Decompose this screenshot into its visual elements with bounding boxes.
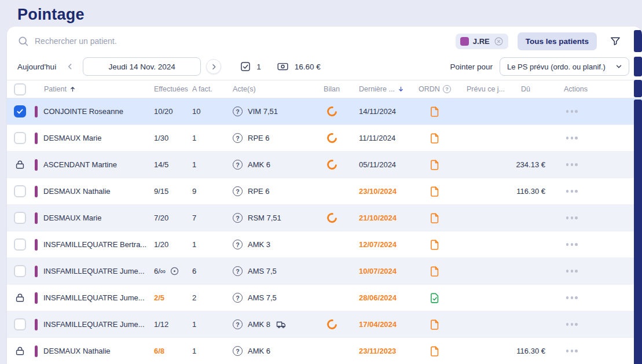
row-actions-button[interactable] — [564, 214, 580, 222]
effectuees-value: 1/12 — [154, 320, 168, 329]
lock-icon[interactable] — [14, 345, 26, 356]
acte-help-icon[interactable] — [233, 293, 243, 303]
ordn-icon[interactable] — [429, 239, 441, 251]
acte-help-icon[interactable] — [233, 213, 243, 223]
patient-name[interactable]: DESMAUX Nathalie — [43, 347, 111, 355]
table-row[interactable]: CONJOINTE Roseanne 10/20 10 VIM 7,51 14/… — [7, 98, 642, 125]
ordn-icon[interactable] — [429, 106, 441, 117]
prevu-value — [455, 125, 505, 151]
patient-name[interactable]: DESMAUX Marie — [43, 134, 101, 142]
help-icon[interactable] — [443, 85, 451, 93]
patient-name[interactable]: INSFAMILLEQUATRE Bertra... — [43, 240, 146, 249]
table-row[interactable]: DESMAUX Marie 7/20 7 RSM 7,51 21/10/2024 — [7, 205, 642, 231]
date-toolbar: Aujourd'hui Jeudi 14 Nov. 2024 1 16.60 €… — [7, 57, 642, 76]
today-button[interactable]: Aujourd'hui — [17, 62, 56, 71]
a-facturer-value: 1 — [192, 152, 227, 178]
row-actions-button[interactable] — [564, 321, 580, 328]
acte-help-icon[interactable] — [233, 266, 243, 276]
row-actions-button[interactable] — [564, 187, 580, 195]
lock-icon[interactable] — [14, 159, 26, 170]
table-row[interactable]: DESMAUX Marie 1/30 1 RPE 6 11/11/2024 — [7, 125, 642, 152]
acte-value: AMK 3 — [248, 240, 270, 249]
row-actions-button[interactable] — [564, 108, 580, 115]
ordn-validated-icon[interactable] — [429, 292, 441, 304]
bilan-icon[interactable] — [326, 105, 338, 117]
ordn-icon[interactable] — [429, 186, 441, 197]
row-checkbox[interactable] — [14, 265, 26, 277]
prevu-value — [455, 98, 505, 124]
ordn-icon[interactable] — [429, 266, 441, 277]
date-picker[interactable]: Jeudi 14 Nov. 2024 — [83, 57, 201, 76]
acte-value: AMS 7,5 — [248, 293, 277, 302]
patient-name[interactable]: DESMAUX Nathalie — [43, 187, 111, 196]
ordn-icon[interactable] — [429, 345, 441, 357]
table-row[interactable]: INSFAMILLEQUATRE Jume... 2/5 2 AMS 7,5 2… — [7, 285, 642, 311]
previous-day-button[interactable] — [64, 61, 76, 72]
acte-help-icon[interactable] — [233, 346, 243, 356]
last-date: 05/11/2024 — [350, 152, 414, 178]
a-facturer-value: 2 — [192, 285, 227, 311]
next-day-button[interactable] — [206, 59, 221, 74]
right-rail-scrollbar[interactable] — [634, 100, 642, 364]
effectuees-value: 6/8 — [154, 347, 164, 355]
table-row[interactable]: ASCENDANT Martine 14/5 1 AMK 6 05/11/202… — [7, 152, 642, 178]
table-row[interactable]: DESMAUX Nathalie 6/8 1 AMK 6 23/11/2023 … — [7, 338, 642, 364]
ordn-icon[interactable] — [429, 159, 441, 171]
bilan-icon[interactable] — [326, 318, 338, 330]
ordn-icon[interactable] — [429, 319, 441, 330]
last-date: 23/10/2024 — [350, 178, 414, 204]
row-actions-button[interactable] — [564, 294, 580, 302]
pointer-select-value: Le PS prévu (ordo. ou planif.) — [507, 62, 606, 71]
header-effectuees: Effectuées — [151, 80, 192, 98]
du-value: 116.30 € — [505, 178, 556, 204]
acte-help-icon[interactable] — [233, 106, 243, 116]
row-actions-button[interactable] — [564, 134, 580, 142]
header-derniere[interactable]: Dernière ... — [350, 80, 414, 98]
acte-help-icon[interactable] — [233, 186, 243, 196]
row-checkbox[interactable] — [14, 132, 26, 144]
bilan-icon[interactable] — [326, 212, 338, 224]
row-checkbox[interactable] — [14, 318, 26, 330]
header-patient[interactable]: Patient — [35, 80, 151, 98]
select-all-checkbox[interactable] — [14, 83, 26, 95]
all-patients-button[interactable]: Tous les patients — [518, 32, 597, 50]
row-checkbox[interactable] — [14, 238, 26, 251]
acte-help-icon[interactable] — [233, 133, 243, 143]
patient-name[interactable]: ASCENDANT Martine — [43, 160, 117, 169]
row-actions-button[interactable] — [564, 241, 580, 248]
row-checkbox[interactable] — [14, 212, 26, 224]
close-icon[interactable] — [494, 36, 504, 46]
search-input[interactable] — [35, 36, 456, 46]
row-checkbox[interactable] — [14, 185, 26, 197]
acte-help-icon[interactable] — [233, 240, 243, 249]
sort-desc-icon — [398, 86, 404, 93]
bilan-icon[interactable] — [326, 132, 338, 144]
last-date: 28/06/2024 — [350, 285, 414, 311]
ordn-icon[interactable] — [429, 212, 441, 224]
row-actions-button[interactable] — [564, 161, 580, 168]
row-actions-button[interactable] — [564, 267, 580, 275]
pointer-select[interactable]: Le PS prévu (ordo. ou planif.) — [500, 57, 629, 76]
table-row[interactable]: INSFAMILLEQUATRE Jume... 1/12 1 AMK 8 17… — [7, 311, 642, 338]
patient-name[interactable]: INSFAMILLEQUATRE Jume... — [43, 293, 145, 302]
table-row[interactable]: INSFAMILLEQUATRE Jume... 6/∞ 6 AMS 7,5 1… — [7, 258, 642, 285]
table-row[interactable]: INSFAMILLEQUATRE Bertra... 1/20 1 AMK 3 … — [7, 231, 642, 258]
filter-icon[interactable] — [610, 35, 621, 47]
acte-value: AMK 6 — [248, 347, 270, 355]
patient-name[interactable]: INSFAMILLEQUATRE Jume... — [43, 320, 145, 329]
acte-help-icon[interactable] — [233, 160, 243, 170]
table-row[interactable]: DESMAUX Nathalie 9/15 9 RPE 6 23/10/2024… — [7, 178, 642, 205]
practitioner-chip[interactable]: J.RE — [456, 34, 508, 49]
patient-name[interactable]: INSFAMILLEQUATRE Jume... — [43, 267, 145, 275]
acte-help-icon[interactable] — [233, 319, 243, 329]
last-date: 14/11/2024 — [350, 98, 414, 124]
ordn-icon[interactable] — [429, 133, 441, 144]
bilan-icon[interactable] — [326, 159, 338, 171]
row-checkbox-checked[interactable] — [14, 105, 26, 117]
lock-icon[interactable] — [14, 292, 26, 303]
patient-color-bar — [35, 212, 38, 224]
patient-name[interactable]: DESMAUX Marie — [43, 214, 101, 222]
row-actions-button[interactable] — [564, 347, 580, 355]
patient-name[interactable]: CONJOINTE Roseanne — [43, 107, 123, 116]
last-date: 11/11/2024 — [350, 125, 414, 151]
